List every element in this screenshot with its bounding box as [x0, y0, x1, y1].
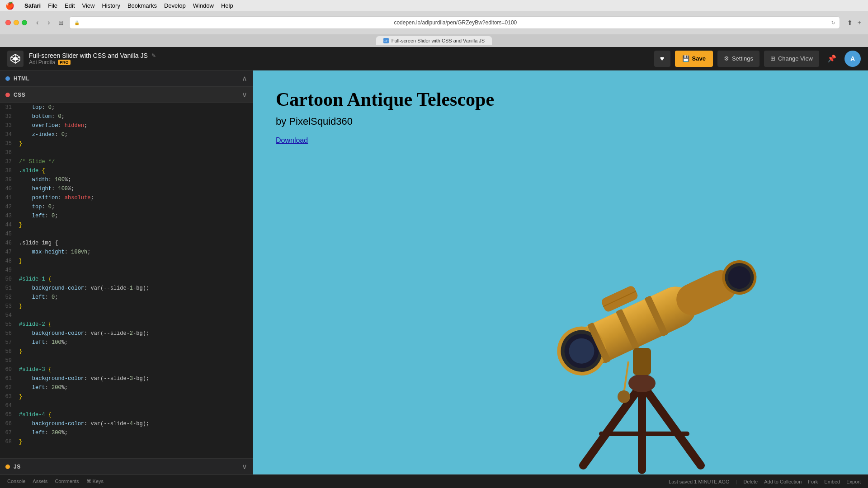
- codepen-layout: Full-screen Slider with CSS and Vanilla …: [0, 47, 868, 488]
- code-line: 31 top: 0;: [0, 103, 253, 112]
- settings-button[interactable]: ⚙ Settings: [717, 51, 760, 67]
- html-panel-header[interactable]: HTML ∧: [0, 70, 253, 87]
- js-panel-dot: [5, 465, 10, 469]
- svg-point-12: [628, 374, 656, 392]
- preview-content: Cartoon Antique Telescope by PixelSquid3…: [253, 70, 868, 163]
- menu-bookmarks[interactable]: Bookmarks: [124, 2, 160, 9]
- apple-menu-icon[interactable]: 🍎: [5, 1, 14, 10]
- code-line: 36: [0, 148, 253, 157]
- code-line: 66 background-color: var(--slide-4-bg);: [0, 419, 253, 428]
- url-bar[interactable]: 🔒 codepen.io/adipurdila/pen/GRZeyBw?edit…: [69, 16, 840, 29]
- pen-edit-icon[interactable]: ✎: [151, 52, 156, 59]
- code-line: 56 background-color: var(--slide-2-bg);: [0, 329, 253, 338]
- code-editor-area[interactable]: 31 top: 0;32 bottom: 0;33 overflow: hidd…: [0, 103, 253, 458]
- share-icon[interactable]: ⬆: [847, 19, 853, 27]
- settings-icon: ⚙: [724, 55, 729, 62]
- code-line: 48}: [0, 257, 253, 266]
- menu-safari[interactable]: Safari: [21, 2, 44, 9]
- reload-icon[interactable]: ↻: [831, 20, 835, 25]
- css-panel-label: CSS: [14, 92, 238, 98]
- tab-title: Full-screen Slider with CSS and Vanilla …: [392, 38, 485, 43]
- code-line: 33 overflow: hidden;: [0, 121, 253, 130]
- code-line: 37/* Slide */: [0, 157, 253, 166]
- back-button[interactable]: ‹: [33, 18, 41, 28]
- code-line: 44}: [0, 221, 253, 230]
- tab-bar: CP Full-screen Slider with CSS and Vanil…: [0, 34, 868, 47]
- minimize-traffic-light[interactable]: [14, 20, 19, 25]
- menu-view[interactable]: View: [79, 2, 99, 9]
- export-link[interactable]: Export: [846, 479, 861, 484]
- telescope-illustration: [506, 158, 778, 474]
- settings-label: Settings: [732, 55, 753, 62]
- code-line: 49: [0, 266, 253, 275]
- menu-develop[interactable]: Develop: [160, 2, 189, 9]
- code-line: 55#slide-2 {: [0, 320, 253, 329]
- html-panel-collapse-button[interactable]: ∧: [242, 74, 247, 83]
- code-line: 58}: [0, 347, 253, 356]
- pin-button[interactable]: 📌: [824, 51, 840, 67]
- css-panel-collapse-button[interactable]: ∨: [242, 90, 247, 99]
- code-line: 47 max-height: 100vh;: [0, 248, 253, 257]
- bottom-bar-right: Last saved 1 MINUTE AGO | Delete Add to …: [669, 479, 861, 484]
- change-view-button[interactable]: ⊞ Change View: [764, 51, 819, 67]
- pen-title-text: Full-screen Slider with CSS and Vanilla …: [29, 52, 148, 59]
- new-tab-icon[interactable]: ＋: [856, 19, 863, 27]
- code-line: 34 z-index: 0;: [0, 130, 253, 139]
- download-link[interactable]: Download: [276, 136, 308, 144]
- telescope-svg: [511, 167, 773, 474]
- code-line: 41 position: absolute;: [0, 193, 253, 202]
- css-panel-header[interactable]: CSS ∨: [0, 87, 253, 103]
- code-line: 67 left: 300%;: [0, 428, 253, 437]
- save-label: Save: [692, 55, 706, 62]
- delete-link[interactable]: Delete: [743, 479, 758, 484]
- code-line: 39 width: 100%;: [0, 175, 253, 184]
- code-line: 57 left: 100%;: [0, 338, 253, 347]
- svg-line-10: [642, 384, 701, 465]
- menu-file[interactable]: File: [44, 2, 61, 9]
- css-panel-dot: [5, 93, 10, 97]
- svg-point-28: [618, 390, 630, 403]
- keys-tab[interactable]: ⌘ Keys: [86, 479, 104, 484]
- add-to-collection-link[interactable]: Add to Collection: [764, 479, 802, 484]
- menu-help[interactable]: Help: [217, 2, 237, 9]
- code-line: 65#slide-4 {: [0, 410, 253, 419]
- fork-link[interactable]: Fork: [808, 479, 818, 484]
- embed-link[interactable]: Embed: [824, 479, 840, 484]
- main-content: HTML ∧ CSS ∨ 31 top: 0;32 bottom: 0;33 o…: [0, 70, 868, 474]
- menu-history[interactable]: History: [98, 2, 123, 9]
- code-line: 54: [0, 311, 253, 320]
- save-icon: 💾: [682, 55, 689, 62]
- heart-button[interactable]: ♥: [654, 51, 670, 67]
- toolbar-icons: ⬆ ＋: [847, 19, 863, 27]
- menu-edit[interactable]: Edit: [61, 2, 78, 9]
- avatar[interactable]: A: [844, 51, 861, 67]
- code-line: 64: [0, 401, 253, 410]
- pen-author: Adi Purdila PRO: [29, 59, 649, 66]
- lock-icon: 🔒: [74, 20, 80, 25]
- js-panel-header[interactable]: JS ∨: [0, 458, 253, 474]
- author-name: Adi Purdila: [29, 59, 55, 66]
- pen-title-area: Full-screen Slider with CSS and Vanilla …: [29, 52, 649, 66]
- forward-button[interactable]: ›: [45, 18, 52, 28]
- pro-badge: PRO: [58, 60, 71, 65]
- codepen-logo-svg: [10, 53, 21, 64]
- maximize-traffic-light[interactable]: [22, 20, 27, 25]
- console-tab[interactable]: Console: [7, 479, 25, 484]
- safari-chrome: ‹ › ⊞ 🔒 codepen.io/adipurdila/pen/GRZeyB…: [0, 11, 868, 34]
- traffic-lights: [5, 20, 27, 25]
- active-tab[interactable]: CP Full-screen Slider with CSS and Vanil…: [376, 36, 492, 45]
- codepen-logo: [7, 51, 24, 67]
- code-line: 51 background-color: var(--slide-1-bg);: [0, 284, 253, 293]
- svg-line-27: [624, 361, 628, 393]
- code-line: 53}: [0, 302, 253, 311]
- js-panel-collapse-button[interactable]: ∨: [242, 462, 247, 471]
- comments-tab[interactable]: Comments: [55, 479, 79, 484]
- bottom-bar: Console Assets Comments ⌘ Keys Last save…: [0, 474, 868, 488]
- tab-favicon: CP: [383, 38, 389, 43]
- close-traffic-light[interactable]: [5, 20, 11, 25]
- sidebar-toggle-button[interactable]: ⊞: [57, 18, 66, 27]
- menu-window[interactable]: Window: [189, 2, 217, 9]
- assets-tab[interactable]: Assets: [33, 479, 47, 484]
- code-line: 40 height: 100%;: [0, 184, 253, 193]
- save-button[interactable]: 💾 Save: [675, 51, 713, 67]
